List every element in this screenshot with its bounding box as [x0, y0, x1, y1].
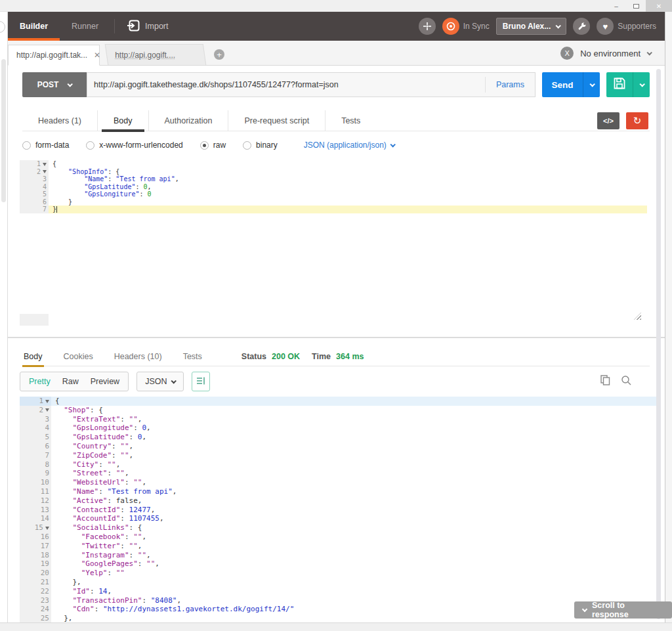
code-line: 25 },	[20, 614, 656, 623]
format-code-button[interactable]	[192, 372, 210, 391]
send-button[interactable]: Send	[542, 72, 583, 97]
response-format-dropdown[interactable]: JSON	[136, 372, 184, 391]
fold-arrow-icon[interactable]	[43, 170, 47, 173]
main-scrollbar-thumb[interactable]	[656, 69, 661, 619]
method-label: POST	[37, 80, 59, 89]
line-number: 4	[20, 424, 51, 433]
response-tab-tests[interactable]: Tests	[182, 347, 203, 366]
fold-arrow-icon[interactable]	[43, 163, 47, 166]
request-tab-1[interactable]: http://api.gogift.tak... ✕	[8, 45, 100, 66]
request-body-editor[interactable]: 1{2 "ShopInfo": {3 "Name": "Test from ap…	[20, 160, 647, 327]
line-number: 19	[20, 559, 51, 569]
sidebar-scrollbar-thumb[interactable]	[1, 59, 6, 202]
chevron-down-icon	[171, 378, 177, 383]
radio-form-data[interactable]: form-data	[22, 141, 69, 150]
status-label: Status	[242, 352, 266, 361]
user-menu-button[interactable]: Bruno Alex...	[496, 18, 567, 35]
mode-raw-button[interactable]: Raw	[56, 377, 85, 386]
request-tab-1-label: http://api.gogift.tak...	[16, 51, 87, 60]
tab-runner[interactable]: Runner	[60, 12, 110, 41]
params-button[interactable]: Params	[485, 77, 535, 93]
response-body-viewer[interactable]: 1{2 "Shop": {3 "ExtraText": "",4 "GpsLon…	[20, 397, 656, 623]
code-line: 7}	[20, 206, 647, 213]
code-line: 20 "Yelp": ""	[20, 569, 656, 578]
line-number: 5	[20, 190, 49, 198]
sidebar-toggle-icon[interactable]	[0, 21, 5, 33]
mode-preview-button[interactable]: Preview	[85, 377, 125, 386]
line-number: 14	[20, 514, 51, 523]
window-close-button[interactable]: ✕	[646, 0, 672, 12]
tab-headers[interactable]: Headers (1)	[22, 110, 97, 131]
fold-arrow-icon[interactable]	[45, 400, 49, 403]
url-input[interactable]: http://api.gogift.takethestage.dk/shops/…	[87, 72, 536, 97]
settings-wrench-icon[interactable]	[573, 18, 590, 35]
response-section-tabs: Body Cookies Headers (10) Tests Status 2…	[22, 347, 650, 366]
code-line: 1{	[20, 160, 647, 168]
radio-raw-label: raw	[213, 141, 226, 150]
code-line: 11 "Name": "Test from api",	[20, 487, 656, 496]
tab-authorization[interactable]: Authorization	[148, 110, 228, 131]
line-number: 13	[20, 506, 51, 515]
import-label: Import	[145, 22, 168, 31]
scroll-to-response-button[interactable]: Scroll to response	[574, 601, 672, 619]
editor-gutter-stub	[20, 314, 49, 326]
collapsed-sidebar[interactable]	[0, 12, 8, 631]
radio-raw[interactable]: raw	[200, 141, 226, 150]
new-tab-button[interactable]: +	[214, 49, 224, 60]
radio-binary[interactable]: binary	[243, 141, 278, 150]
code-line: 21 },	[20, 578, 656, 587]
no-environment-icon: X	[560, 47, 574, 60]
window-maximize-button[interactable]	[626, 0, 646, 12]
refresh-button[interactable]: ↻	[626, 112, 648, 129]
code-line: 3 "ExtraText": "",	[20, 415, 656, 424]
send-options-button[interactable]	[583, 72, 600, 97]
copy-icon[interactable]	[600, 375, 610, 388]
import-button[interactable]: Import	[119, 20, 176, 33]
fold-arrow-icon[interactable]	[45, 408, 49, 412]
time-value: 364 ms	[336, 352, 364, 361]
environment-selector[interactable]: X No environment	[560, 47, 665, 65]
chevron-down-icon	[556, 23, 561, 28]
fold-arrow-icon[interactable]	[45, 527, 49, 530]
code-line: 2 "Shop": {	[20, 406, 656, 415]
close-icon[interactable]: ✕	[94, 51, 100, 60]
request-tab-2-label: http://api.gogift....	[115, 51, 175, 60]
response-tab-headers[interactable]: Headers (10)	[113, 347, 163, 366]
save-button[interactable]	[606, 72, 633, 97]
content-type-dropdown[interactable]: JSON (application/json)	[304, 141, 394, 150]
response-tab-body[interactable]: Body	[22, 347, 44, 366]
environment-label: No environment	[580, 49, 640, 58]
chevron-down-icon	[68, 81, 73, 87]
code-line: 19 "GooglePages": "",	[20, 559, 656, 569]
request-tab-bar: http://api.gogift.tak... ✕ http://api.go…	[8, 41, 665, 66]
save-options-button[interactable]	[633, 72, 650, 97]
chevron-down-icon	[582, 606, 587, 611]
radio-icon	[22, 141, 31, 150]
mode-pretty-button[interactable]: Pretty	[23, 377, 56, 386]
code-line: 13 "ContactId": 12477,	[20, 506, 656, 515]
response-toolbar: Pretty Raw Preview JSON	[20, 372, 650, 391]
tab-builder[interactable]: Builder	[8, 12, 60, 41]
window-bottom-edge	[0, 622, 672, 631]
sync-status[interactable]: In Sync	[442, 18, 490, 35]
line-number: 21	[20, 578, 51, 587]
line-number: 8	[20, 460, 51, 469]
code-line: 6 }	[20, 198, 647, 206]
app-header: Builder Runner Import In Sync Bruno Alex…	[8, 12, 665, 41]
window-minimize-button[interactable]: –	[606, 0, 626, 12]
tab-body[interactable]: Body	[97, 110, 148, 131]
proxy-icon[interactable]	[419, 18, 436, 35]
tab-tests[interactable]: Tests	[325, 110, 376, 131]
response-tab-cookies[interactable]: Cookies	[62, 347, 94, 366]
method-dropdown[interactable]: POST	[22, 72, 87, 97]
code-line: 14 "AccountId": 1107455,	[20, 514, 656, 523]
search-icon[interactable]	[621, 375, 631, 388]
supporters-button[interactable]: ♥ Supporters	[597, 18, 656, 35]
tab-pre-request-script[interactable]: Pre-request script	[228, 110, 325, 131]
save-floppy-icon	[613, 77, 626, 93]
request-tab-2[interactable]: http://api.gogift....	[105, 44, 206, 65]
radio-urlencoded[interactable]: x-www-form-urlencoded	[86, 141, 182, 150]
generate-code-button[interactable]: </>	[597, 112, 620, 129]
line-number: 22	[20, 587, 51, 596]
line-number: 1	[20, 397, 51, 406]
